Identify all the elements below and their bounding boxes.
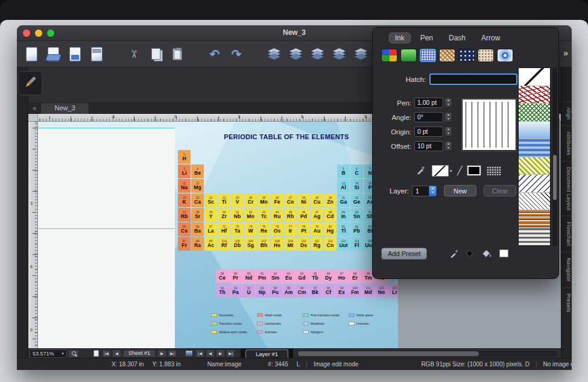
element-symbol: Pr xyxy=(233,275,238,281)
layer-popup[interactable]: 1 ▲▼ xyxy=(412,186,437,196)
side-tab-align[interactable]: Align xyxy=(561,101,572,125)
swatch-olive-hatch[interactable] xyxy=(519,157,550,175)
side-tab-attributes[interactable]: Attributes xyxy=(561,125,572,161)
clear-button[interactable]: Clear xyxy=(484,185,516,196)
open-document-button[interactable] xyxy=(43,44,63,64)
scrollbar-thumb[interactable] xyxy=(298,351,479,356)
layer-stepper[interactable]: ▲▼ xyxy=(429,186,437,196)
next-sheet-button[interactable]: ▶ xyxy=(157,349,166,357)
pattern-matrix-button[interactable] xyxy=(486,166,502,176)
element-symbol: Nb xyxy=(234,214,241,219)
inspector-tab-dash[interactable]: Dash xyxy=(443,33,472,43)
angle-value[interactable]: 0° xyxy=(414,112,443,122)
swatch-blue-diagonal[interactable] xyxy=(519,175,550,193)
last-layer-button[interactable]: ▶| xyxy=(226,349,235,357)
star-pattern-fill-button[interactable] xyxy=(458,49,475,62)
move-to-layer-button[interactable] xyxy=(308,44,327,64)
prev-sheet-button[interactable]: ◀ xyxy=(112,349,121,357)
periodic-table-image[interactable]: PERIODIC TABLE OF THE ELEMENTS 1H3Li4Be5… xyxy=(175,122,398,348)
sheet-selector[interactable]: Sheet #1 xyxy=(123,349,156,357)
offset-stepper[interactable]: ▲▼ xyxy=(444,141,452,151)
eyedropper-icon[interactable] xyxy=(450,249,459,260)
flatten-layers-button[interactable] xyxy=(351,44,370,64)
side-tab-presets[interactable]: Presets xyxy=(561,287,572,318)
vertical-ruler[interactable]: 369 xyxy=(28,122,38,348)
element-Ti: 22Ti xyxy=(218,193,230,207)
inspector-tab-pen[interactable]: Pen xyxy=(414,33,439,43)
new-layer-button[interactable]: New xyxy=(444,185,476,196)
first-layer-button[interactable]: |◀ xyxy=(195,349,204,357)
swatch-gray-bars[interactable] xyxy=(519,228,550,246)
redo-button[interactable]: ↷ xyxy=(227,44,246,64)
status-segment: Y: 1.883 in xyxy=(152,361,180,368)
element-No: 102No xyxy=(375,284,388,298)
swatch-blue-gradient[interactable] xyxy=(519,122,550,140)
swatch-diagonal-line[interactable] xyxy=(519,68,550,86)
black-color-swatch[interactable] xyxy=(466,249,473,257)
swatch-fine-diagonal[interactable] xyxy=(519,193,550,211)
hatch-input[interactable] xyxy=(429,74,517,85)
hatch-fill-button[interactable] xyxy=(420,49,436,62)
first-sheet-button[interactable]: |◀ xyxy=(102,349,111,357)
last-sheet-button[interactable]: ▶| xyxy=(168,349,177,357)
cut-button[interactable]: ✂ xyxy=(124,44,144,64)
element-symbol: Cm xyxy=(298,290,306,295)
horizontal-scrollbar[interactable] xyxy=(297,351,557,357)
side-tab-document-layout[interactable]: Document Layout xyxy=(561,161,572,216)
layer-tab[interactable]: Layer #1 xyxy=(245,349,288,359)
toolbar-overflow-chevron[interactable]: » xyxy=(563,48,568,58)
save-document-button[interactable] xyxy=(65,44,84,64)
offset-value[interactable]: 10 pt xyxy=(414,141,443,151)
swatch-blue-stripes[interactable] xyxy=(519,139,550,157)
add-preset-button[interactable]: Add Preset xyxy=(381,248,427,260)
swatch-scrollbar[interactable] xyxy=(552,67,557,246)
new-document-button[interactable] xyxy=(22,44,41,64)
swatch-red-hatch[interactable] xyxy=(519,86,550,104)
zoom-window-button[interactable] xyxy=(47,30,54,37)
inspector-tab-ink[interactable]: Ink xyxy=(389,33,411,43)
close-tab-icon[interactable]: × xyxy=(28,105,40,112)
copy-button[interactable] xyxy=(146,44,165,64)
pen-width-value[interactable]: 1.00 pt xyxy=(414,98,443,108)
element-Mg: 12Mg xyxy=(191,179,204,193)
dot-pattern-fill-button[interactable] xyxy=(478,49,494,62)
print-document-button[interactable] xyxy=(87,44,106,64)
inspector-fields: Pen:1.00 pt▲▼Angle:0°▲▼Origin:0 pt▲▼Offs… xyxy=(373,98,452,155)
solid-green-fill-button[interactable] xyxy=(400,49,417,62)
next-layer-button[interactable]: ▶ xyxy=(216,349,225,357)
page[interactable]: PERIODIC TABLE OF THE ELEMENTS 1H3Li4Be5… xyxy=(38,122,398,348)
side-tab-flowchart[interactable]: Flowchart xyxy=(561,216,572,251)
pen-width-stepper[interactable]: ▲▼ xyxy=(444,98,452,108)
brush-tool-button[interactable] xyxy=(18,71,42,95)
element-symbol: Tb xyxy=(312,275,318,281)
zoom-tool-button[interactable] xyxy=(68,349,79,358)
layer-tab-strip: Layer #1 xyxy=(241,349,293,359)
swatch-orange-stripes[interactable] xyxy=(519,210,550,228)
gradient-fill-button[interactable] xyxy=(381,49,397,62)
ruler-mark: 3 xyxy=(238,114,240,119)
inspector-tab-arrow[interactable]: Arrow xyxy=(475,33,506,43)
desktop: New_3 » ✂↶↷ × New_3 -30369 xyxy=(0,20,588,382)
hatch-color-well[interactable] xyxy=(467,166,481,175)
swatch-green-crosshatch[interactable] xyxy=(519,104,550,122)
document-tab[interactable]: New_3 xyxy=(40,103,89,114)
angle-stepper[interactable]: ▲▼ xyxy=(444,112,452,122)
close-window-button[interactable] xyxy=(23,30,30,37)
paste-button[interactable] xyxy=(168,44,187,64)
swatch-scrollbar-thumb[interactable] xyxy=(553,155,557,200)
radial-fill-button[interactable] xyxy=(497,49,513,62)
zoom-control[interactable]: 53.571% ▾ xyxy=(30,349,67,358)
minimize-window-button[interactable] xyxy=(35,30,42,37)
side-tab-navigator[interactable]: Navigator xyxy=(561,252,572,287)
prev-layer-button[interactable]: ◀ xyxy=(206,349,215,357)
white-color-swatch[interactable] xyxy=(499,249,508,257)
origin-stepper[interactable]: ▲▼ xyxy=(444,127,452,137)
layer-options-button[interactable] xyxy=(329,44,349,64)
undo-button[interactable]: ↶ xyxy=(205,44,224,64)
paint-bucket-icon[interactable] xyxy=(481,249,492,261)
origin-value[interactable]: 0 pt xyxy=(414,127,443,137)
arrange-forward-button[interactable] xyxy=(286,44,305,64)
weave-fill-button[interactable] xyxy=(439,49,455,62)
arrange-backward-button[interactable] xyxy=(264,44,283,64)
hatch-pattern-well[interactable] xyxy=(432,165,449,177)
